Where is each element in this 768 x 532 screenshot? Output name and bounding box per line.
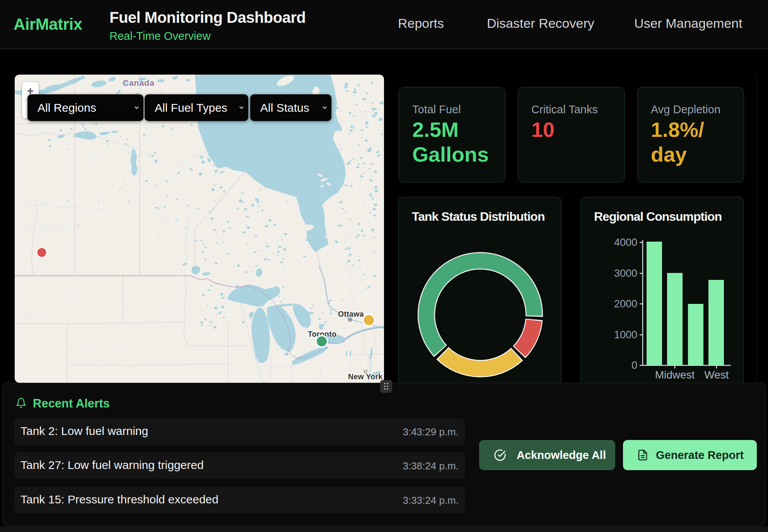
svg-text:New York: New York	[348, 372, 382, 381]
svg-text:West: West	[704, 369, 729, 381]
svg-text:Midwest: Midwest	[655, 369, 695, 381]
svg-text:2000: 2000	[614, 298, 637, 310]
svg-text:0: 0	[631, 360, 637, 371]
svg-text:4000: 4000	[614, 237, 637, 248]
svg-text:Canada: Canada	[123, 78, 155, 88]
svg-text:Ottawa: Ottawa	[338, 310, 364, 318]
svg-text:1000: 1000	[614, 329, 637, 341]
svg-text:3000: 3000	[614, 268, 637, 279]
